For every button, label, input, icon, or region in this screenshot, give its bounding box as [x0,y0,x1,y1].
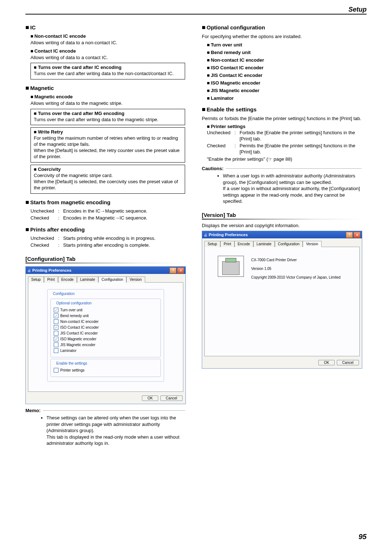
checkbox-laminator[interactable]: Laminator [54,348,158,353]
config-group: Configuration [52,292,75,296]
checkbox-turn-over-unit[interactable]: ✓Turn over unit [54,308,158,312]
write-retry-box: ■ Write Retry For setting the maximum nu… [30,127,185,163]
dialog-pane: CX-7000 Card Printer Driver Version 1.05… [204,247,360,356]
prints-unchecked-row: Unchecked:Starts printing while encoding… [30,235,185,242]
optional-item: ■ISO Magnetic encoder [207,80,362,86]
tab-setup[interactable]: Setup [28,276,44,283]
optional-item: ■ISO Contact IC encoder [207,65,362,70]
dialog-titlebar: 🖨Printing Preferences ? ✕ [26,267,185,274]
coercivity-box: ■ Coercivity Coercivity of the magnetic … [30,165,185,194]
printer-icon: 🖨 [27,268,31,272]
printer-settings-checkbox[interactable]: Printer settings [54,368,158,373]
magnetic-heading: ■Magnetic [25,85,185,92]
version-tab-title: [Version] Tab [202,212,362,218]
checkbox-iso-contact-ic-encoder[interactable]: ✓ISO Contact IC encoder [54,325,158,330]
tab-encode[interactable]: Encode [58,276,77,283]
dialog-tabs: SetupPrintEncodeLaminateConfigurationVer… [202,238,362,247]
version-tab-desc: Displays the version and copyright infor… [202,222,362,229]
optional-config-heading: ■Optional configuration [202,24,362,31]
close-button[interactable]: ✕ [354,232,360,238]
cautions-body: When a user logs in with administrator a… [206,173,362,205]
enable-settings-desc: Permits or forbids the [Enable the print… [202,115,362,122]
printer-image [218,256,244,277]
cancel-button[interactable]: Cancel [337,360,359,365]
driver-copyright: Copyright 2009-2010 Victor Company of Ja… [251,273,340,282]
memo-header: Memo: [25,408,185,413]
tab-encode[interactable]: Encode [234,241,253,247]
tab-setup[interactable]: Setup [204,241,220,247]
optional-item: ■JIS Magnetic encoder [207,88,362,93]
checkbox-non-contact-ic-encoder[interactable]: Non-contact IC encoder [54,319,158,324]
contact-ic-heading: ■Contact IC encode [30,48,185,54]
magnetic-encode-desc: Allows writing of data to the magnetic s… [30,100,185,107]
starts-checked-row: Checked:Encodes in the Magnetic→IC seque… [30,215,185,221]
page-number: 95 [359,533,367,541]
optional-item: ■Turn over unit [207,42,362,48]
checkbox-bend-remedy-unit[interactable]: ✓Bend remedy unit [54,313,158,318]
help-button[interactable]: ? [346,232,353,238]
tab-configuration[interactable]: Configuration [98,276,126,283]
left-column: ■IC ■Non-contact IC encode Allows writin… [25,19,185,447]
driver-name: CX-7000 Card Printer Driver [251,256,340,264]
optional-item: ■Laminator [207,95,362,101]
contact-ic-desc: Allows writing of data to a contact IC. [30,54,185,61]
optional-item: ■JIS Contact IC encoder [207,73,362,78]
prints-after-heading: ■Prints after encoding [25,226,185,233]
magnetic-encode-heading: ■Magnetic encode [30,94,185,99]
enable-ref: "Enable the printer settings" (☞ page 88… [207,156,362,163]
printer-settings-heading: ■Printer settings [207,124,362,129]
close-button[interactable]: ✕ [177,267,184,274]
printer-icon: 🖨 [204,233,207,237]
ok-button[interactable]: OK [142,395,158,401]
enable-checked-row: Checked:Permits the [Enable the printer … [207,143,362,155]
prints-checked-row: Checked:Starts printing after encoding i… [30,242,185,249]
memo-body: These settings can be altered only when … [30,415,185,447]
noncontact-ic-desc: Allows writing of data to a non-contact … [30,40,185,46]
checkbox-jis-magnetic-encoder[interactable]: JIS Magnetic encoder [54,342,158,347]
turn-over-ic-box: ■ Turns over the card after IC encoding … [30,63,185,79]
turn-over-mg-box: ■ Turns over the card after MG encoding … [30,109,185,126]
dialog-pane: Configuration Optional configuration ✓Tu… [28,282,183,392]
tab-configuration[interactable]: Configuration [275,241,303,247]
tab-laminate[interactable]: Laminate [77,276,98,283]
ok-button[interactable]: OK [318,360,334,365]
rule [25,263,185,263]
optional-config-desc: For specifying whether the options are i… [202,33,362,40]
tab-version[interactable]: Version [303,241,321,247]
optional-item: ■Non-contact IC encoder [207,57,362,63]
optional-config-group: Optional configuration [55,301,93,305]
enable-unchecked-row: Unchecked:Forbids the [Enable the printe… [207,130,362,142]
ic-heading: ■IC [25,24,185,31]
noncontact-ic-heading: ■Non-contact IC encode [30,33,185,39]
checkbox-jis-contact-ic-encoder[interactable]: JIS Contact IC encoder [54,331,158,336]
starts-unchecked-row: Unchecked:Encodes in the IC→Magnetic seq… [30,208,185,214]
enable-settings-group: Enable the settings [55,361,88,365]
tab-laminate[interactable]: Laminate [253,241,275,247]
tab-print[interactable]: Print [44,276,58,283]
driver-version: Version 1.05 [251,264,340,273]
config-tab-title: [Configuration] Tab [25,256,185,262]
right-column: ■Optional configuration For specifying w… [202,19,362,447]
cancel-button[interactable]: Cancel [160,395,183,401]
cautions-header: Cautions: [202,166,362,171]
rule [202,219,362,219]
dialog-tabs: SetupPrintEncodeLaminateConfigurationVer… [26,274,185,282]
enable-settings-heading: ■Enable the settings [202,106,362,113]
tab-version[interactable]: Version [126,276,145,283]
page-header: Setup [348,6,367,13]
tab-print[interactable]: Print [220,241,234,247]
checkbox-iso-magnetic-encoder[interactable]: ✓ISO Magnetic encoder [54,337,158,341]
help-button[interactable]: ? [170,267,176,274]
config-dialog: 🖨Printing Preferences ? ✕ SetupPrintEnco… [25,266,186,404]
version-dialog: 🖨Printing Preferences ? ✕ SetupPrintEnco… [202,231,362,369]
dialog-titlebar: 🖨Printing Preferences ? ✕ [202,231,362,238]
starts-from-heading: ■Starts from magnetic encoding [25,199,185,206]
optional-item: ■Bend remedy unit [207,50,362,55]
